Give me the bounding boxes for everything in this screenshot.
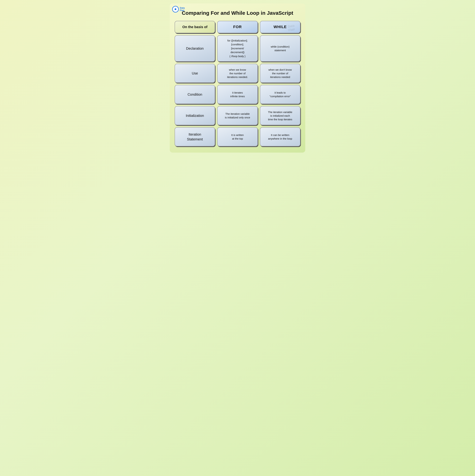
header-while: WHILE: [260, 21, 300, 33]
row-for-condition: it iterates infinite times: [217, 85, 258, 104]
row-while-iteration: It can be written anywhere in the loop: [260, 127, 300, 146]
row-while-declaration: while (condition) statement: [260, 35, 300, 62]
main-container: Data Flair DataFlair Comparing For and W…: [170, 3, 305, 153]
row-label-iteration: Iteration Statement: [175, 127, 215, 146]
page-title: Comparing For and While Loop in JavaScri…: [175, 8, 300, 16]
row-label-use: Use: [175, 64, 215, 83]
row-label-condition: Condition: [175, 85, 215, 104]
logo-text: Data Flair: [180, 7, 185, 12]
row-label-initialization: Initialization: [175, 106, 215, 125]
row-for-declaration: for ([initialization]; [condition]; [inc…: [217, 35, 258, 62]
row-while-condition: it leads to "compilation error": [260, 85, 300, 104]
comparison-table: On the basis of FOR WHILE Declaration fo…: [175, 21, 300, 146]
row-for-initialization: The iteration variable is initialized on…: [217, 106, 258, 125]
row-while-use: when we don't know the number of iterati…: [260, 64, 300, 83]
row-while-initialization: The iteration variable is initialized ea…: [260, 106, 300, 125]
header-for: FOR: [217, 21, 258, 33]
row-for-iteration: It is written at the top: [217, 127, 258, 146]
logo: Data Flair: [172, 6, 185, 13]
logo-icon: [172, 6, 179, 13]
row-label-declaration: Declaration: [175, 35, 215, 62]
header-basis: On the basis of: [175, 21, 215, 33]
row-for-use: when we know the number of iterations ne…: [217, 64, 258, 83]
